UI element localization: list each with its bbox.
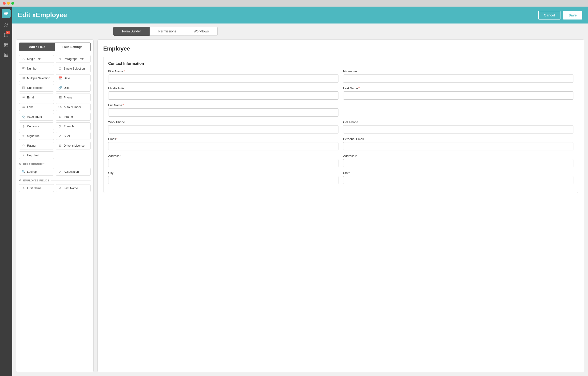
field-cell-phone: Cell Phone bbox=[343, 120, 573, 134]
contact-info-section: Contact Information First Name* Nickname bbox=[103, 57, 578, 193]
full-name-input[interactable] bbox=[108, 108, 338, 116]
label-icon: 🏷 bbox=[22, 105, 25, 109]
field-formula[interactable]: ∑ Formula bbox=[56, 122, 91, 130]
minimize-button[interactable] bbox=[7, 2, 10, 5]
nickname-input[interactable] bbox=[343, 74, 573, 83]
address1-input[interactable] bbox=[108, 159, 338, 167]
tab-workflows[interactable]: Workflows bbox=[185, 27, 217, 36]
date-icon: 📅 bbox=[58, 76, 62, 80]
field-label: Association bbox=[64, 170, 79, 173]
form-row-7: City State bbox=[108, 171, 573, 184]
rating-icon: ☆ bbox=[22, 144, 25, 147]
content-body: Form Builder Permissions Workflows Add a… bbox=[12, 23, 588, 376]
section-divider bbox=[51, 180, 91, 180]
field-help-text[interactable]: ? Help Text bbox=[19, 151, 54, 159]
checkboxes-icon: ☑ bbox=[22, 86, 25, 90]
field-signature[interactable]: ✏ Signature bbox=[19, 132, 54, 140]
field-phone[interactable]: ☎ Phone bbox=[56, 94, 91, 101]
url-icon: 🔗 bbox=[58, 86, 62, 90]
field-label: Checkboxes bbox=[27, 86, 43, 90]
form-row-2: Middle Initial Last Name* bbox=[108, 86, 573, 100]
field-middle-initial: Middle Initial bbox=[108, 86, 338, 100]
relationship-fields-grid: 🔍 Lookup A Association bbox=[19, 168, 91, 176]
field-checkboxes[interactable]: ☑ Checkboxes bbox=[19, 84, 54, 92]
close-button[interactable] bbox=[3, 2, 6, 5]
work-phone-input[interactable] bbox=[108, 125, 338, 134]
maximize-button[interactable] bbox=[11, 2, 14, 5]
address2-input[interactable] bbox=[343, 159, 573, 167]
city-input[interactable] bbox=[108, 176, 338, 184]
collapse-employee-icon[interactable]: ⊖ bbox=[19, 179, 21, 182]
tab-form-builder[interactable]: Form Builder bbox=[113, 27, 150, 36]
field-url[interactable]: 🔗 URL bbox=[56, 84, 91, 92]
field-drivers-license[interactable]: ⊡ Driver's License bbox=[56, 142, 91, 149]
save-button[interactable]: Save bbox=[563, 11, 582, 20]
field-multiple-selection[interactable]: ⊞ Multiple Selection bbox=[19, 74, 54, 82]
employee-first-name[interactable]: A First Name bbox=[19, 184, 54, 192]
field-iframe[interactable]: ⊡ iFrame bbox=[56, 113, 91, 121]
middle-initial-label: Middle Initial bbox=[108, 86, 338, 90]
field-ssn[interactable]: A SSN bbox=[56, 132, 91, 140]
field-attachment[interactable]: 📎 Attachment bbox=[19, 113, 54, 121]
collapse-relationships-icon[interactable]: ⊖ bbox=[19, 162, 21, 166]
field-currency[interactable]: $ Currency bbox=[19, 122, 54, 130]
field-rating[interactable]: ☆ Rating bbox=[19, 142, 54, 149]
panel-tab-add-field[interactable]: Add a Field bbox=[20, 43, 55, 51]
first-name-input[interactable] bbox=[108, 74, 338, 83]
email-input[interactable] bbox=[108, 142, 338, 150]
drivers-license-icon: ⊡ bbox=[58, 144, 62, 147]
employee-last-name[interactable]: A Last Name bbox=[56, 184, 91, 192]
field-grid: A Single Text ¶ Paragraph Text 123 Numbe… bbox=[19, 55, 91, 159]
auto-number-icon: 123 bbox=[58, 106, 62, 108]
field-label: First Name bbox=[27, 187, 41, 190]
nickname-label: Nickname bbox=[343, 70, 573, 73]
window-chrome bbox=[0, 0, 588, 7]
field-association[interactable]: A Association bbox=[56, 168, 91, 176]
logo[interactable]: HR bbox=[2, 9, 11, 18]
field-label: Multiple Selection bbox=[27, 77, 50, 80]
form-row-5: Email* Personal Email bbox=[108, 137, 573, 150]
personal-email-input[interactable] bbox=[343, 142, 573, 150]
association-icon: A bbox=[58, 170, 62, 173]
cancel-button[interactable]: Cancel bbox=[538, 11, 560, 20]
personal-email-label: Personal Email bbox=[343, 137, 573, 141]
field-label[interactable]: 🏷 Label bbox=[19, 103, 54, 111]
field-date[interactable]: 📅 Date bbox=[56, 74, 91, 82]
iframe-icon: ⊡ bbox=[58, 115, 62, 118]
relationships-label: RELATIONSHIPS bbox=[23, 163, 46, 166]
sidebar-item-tasks[interactable]: 14 bbox=[2, 31, 11, 40]
address2-label: Address 2 bbox=[343, 154, 573, 158]
sidebar-item-people[interactable] bbox=[2, 21, 11, 30]
field-address2: Address 2 bbox=[343, 154, 573, 167]
tab-permissions[interactable]: Permissions bbox=[150, 27, 185, 36]
svg-rect-1 bbox=[4, 43, 8, 47]
field-auto-number[interactable]: 123 Auto Number bbox=[56, 103, 91, 111]
field-work-phone: Work Phone bbox=[108, 120, 338, 134]
section-title: Contact Information bbox=[108, 62, 573, 66]
form-row-1: First Name* Nickname bbox=[108, 70, 573, 83]
svg-rect-6 bbox=[4, 53, 8, 57]
last-name-label: Last Name* bbox=[343, 86, 573, 90]
sidebar-item-reports[interactable] bbox=[2, 50, 11, 59]
middle-initial-input[interactable] bbox=[108, 91, 338, 100]
address1-label: Address 1 bbox=[108, 154, 338, 158]
field-label: Signature bbox=[27, 135, 40, 138]
state-input[interactable] bbox=[343, 176, 573, 184]
field-label: Single Text bbox=[27, 57, 41, 61]
sidebar-item-calendar[interactable] bbox=[2, 41, 11, 49]
field-city: City bbox=[108, 171, 338, 184]
field-single-text[interactable]: A Single Text bbox=[19, 55, 54, 63]
field-paragraph-text[interactable]: ¶ Paragraph Text bbox=[56, 55, 91, 63]
field-number[interactable]: 123 Number bbox=[19, 65, 54, 72]
last-name-input[interactable] bbox=[343, 91, 573, 100]
field-email[interactable]: ✉ Email bbox=[19, 94, 54, 101]
text-icon: A bbox=[22, 57, 25, 61]
field-last-name: Last Name* bbox=[343, 86, 573, 100]
field-single-selection[interactable]: ☐ Single Selection bbox=[56, 65, 91, 72]
field-state: State bbox=[343, 171, 573, 184]
cell-phone-input[interactable] bbox=[343, 125, 573, 134]
paragraph-icon: ¶ bbox=[58, 57, 62, 61]
employee-fields-label: EMPLOYEE FIELDS bbox=[23, 179, 49, 182]
field-lookup[interactable]: 🔍 Lookup bbox=[19, 168, 54, 176]
panel-tab-field-settings[interactable]: Field Settings bbox=[55, 43, 90, 51]
